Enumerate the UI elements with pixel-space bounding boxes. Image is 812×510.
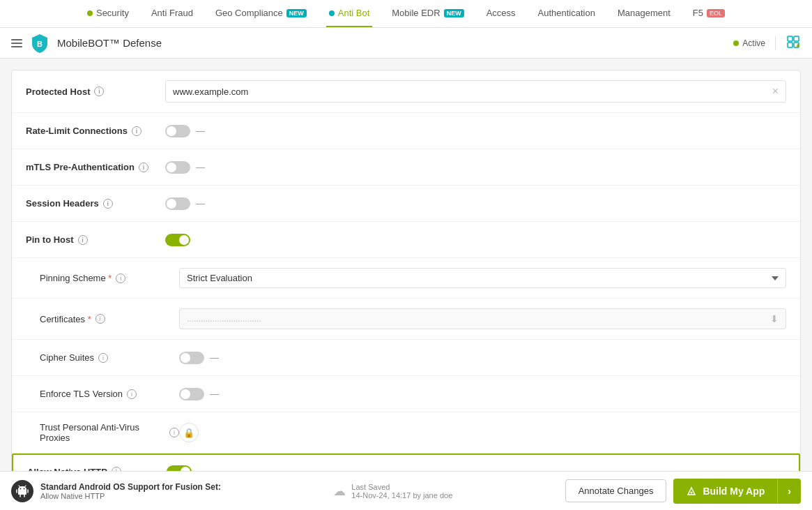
nav-access[interactable]: Access: [484, 0, 519, 27]
pinning-scheme-select[interactable]: Strict Evaluation Relaxed Evaluation: [179, 268, 786, 288]
info-icon-enforce-tls[interactable]: i: [127, 389, 137, 399]
info-icon-rate-limit[interactable]: i: [132, 126, 141, 136]
saved-time: 14-Nov-24, 14:17 by jane doe: [351, 491, 452, 500]
toggle-cipher-suites-switch[interactable]: [179, 352, 204, 364]
nav-f5[interactable]: F5 EOL: [690, 0, 728, 27]
bottom-info-sub: Allow Native HTTP: [40, 492, 221, 500]
toggle-session-headers-dash: —: [196, 198, 205, 209]
page-header-left: B MobileBOT™ Defense: [11, 33, 162, 54]
status-badge: Active: [733, 38, 765, 48]
nav-dot-security: [87, 10, 93, 16]
nav-antifraud[interactable]: Anti Fraud: [148, 0, 196, 27]
cloud-icon: ☁: [333, 483, 346, 499]
clear-protected-host[interactable]: ×: [772, 85, 779, 98]
status-label: Active: [742, 38, 765, 48]
nav-mobileedr[interactable]: Mobile EDR NEW: [389, 0, 466, 27]
row-certificates: Certificates * i .......................…: [12, 299, 800, 340]
nav-management[interactable]: Management: [615, 0, 673, 27]
build-my-app-button[interactable]: Build My App ›: [673, 479, 801, 504]
info-icon-pinning-scheme[interactable]: i: [116, 273, 125, 283]
toggle-enforce-tls[interactable]: —: [179, 388, 219, 400]
protected-host-input[interactable]: [173, 87, 772, 97]
download-icon[interactable]: ⬇: [770, 313, 779, 324]
toggle-session-headers[interactable]: —: [165, 197, 205, 210]
row-pinning-scheme: Pinning Scheme * i Strict Evaluation Rel…: [12, 258, 800, 299]
build-btn-arrow[interactable]: ›: [777, 479, 801, 504]
value-protected-host: ×: [165, 80, 786, 103]
toggle-enforce-tls-switch[interactable]: [179, 388, 204, 400]
bottom-info: Standard Android OS Support for Fusion S…: [40, 482, 221, 500]
build-icon: [686, 486, 697, 497]
label-pinning-scheme: Pinning Scheme * i: [40, 273, 179, 283]
shield-logo: B: [29, 33, 50, 54]
badge-eol-f5: EOL: [707, 9, 725, 17]
edit-button[interactable]: [786, 34, 801, 52]
value-cipher-suites: —: [179, 352, 786, 364]
value-certificates: ................................ ⬇: [179, 308, 786, 329]
toggle-rate-limit[interactable]: —: [165, 125, 205, 137]
nav-antibot[interactable]: Anti Bot: [326, 0, 373, 27]
toggle-session-headers-switch[interactable]: [165, 197, 190, 210]
toggle-mtls-dash: —: [196, 162, 205, 172]
badge-new-mobileedr: NEW: [444, 9, 464, 17]
required-star-certs: *: [88, 314, 91, 324]
nav-authentication[interactable]: Authentication: [535, 0, 598, 27]
nav-label-management: Management: [618, 8, 671, 18]
info-icon-protected-host[interactable]: i: [94, 87, 104, 96]
page-header-right: Active: [733, 34, 801, 52]
hamburger-icon[interactable]: [11, 39, 22, 47]
certificates-file-input[interactable]: ................................ ⬇: [179, 308, 786, 329]
info-icon-certificates[interactable]: i: [95, 314, 105, 324]
top-nav: Security Anti Fraud Geo Compliance NEW A…: [0, 0, 812, 28]
info-icon-session-headers[interactable]: i: [103, 199, 113, 209]
toggle-mtls[interactable]: —: [165, 161, 205, 174]
row-cipher-suites: Cipher Suites i —: [12, 340, 800, 376]
lock-icon: 🔒: [179, 423, 199, 442]
nav-label-authentication: Authentication: [538, 8, 595, 18]
toggle-rate-limit-dash: —: [196, 126, 205, 136]
label-cipher-suites: Cipher Suites i: [40, 352, 179, 363]
row-enforce-tls: Enforce TLS Version i —: [12, 376, 800, 412]
badge-new-geocompliance: NEW: [286, 9, 307, 17]
info-icon-trust-antivirus[interactable]: i: [169, 428, 179, 437]
label-pin-to-host: Pin to Host i: [26, 234, 165, 245]
info-icon-mtls[interactable]: i: [139, 163, 148, 172]
info-icon-pin-to-host[interactable]: i: [78, 235, 88, 245]
nav-geocompliance[interactable]: Geo Compliance NEW: [213, 0, 309, 27]
toggle-enforce-tls-dash: —: [210, 389, 219, 399]
toggle-cipher-suites[interactable]: —: [179, 352, 219, 364]
value-mtls: —: [165, 161, 786, 174]
page-header: B MobileBOT™ Defense Active: [0, 28, 812, 59]
saved-info: Last Saved 14-Nov-24, 14:17 by jane doe: [351, 483, 452, 500]
svg-point-6: [797, 45, 799, 47]
nav-security[interactable]: Security: [84, 0, 132, 27]
svg-rect-1: [788, 36, 792, 41]
svg-rect-3: [788, 43, 792, 47]
toggle-pin-to-host[interactable]: ✓: [165, 234, 190, 246]
main-content: Protected Host i × Rate-Limit Connection…: [0, 59, 812, 510]
nav-label-antibot: Anti Bot: [338, 8, 370, 18]
info-icon-cipher-suites[interactable]: i: [98, 353, 108, 363]
page-title: MobileBOT™ Defense: [57, 37, 162, 49]
label-certificates: Certificates * i: [40, 314, 179, 324]
annotate-changes-button[interactable]: Annotate Changes: [565, 479, 667, 502]
value-session-headers: —: [165, 197, 786, 210]
nav-label-security: Security: [96, 8, 129, 18]
value-rate-limit: —: [165, 125, 786, 137]
toggle-mtls-switch[interactable]: [165, 161, 190, 174]
status-dot: [733, 40, 739, 46]
label-rate-limit: Rate-Limit Connections i: [26, 126, 165, 136]
android-icon: [11, 480, 33, 502]
saved-label: Last Saved: [351, 483, 390, 491]
nav-label-geocompliance: Geo Compliance: [215, 8, 283, 18]
form-card: Protected Host i × Rate-Limit Connection…: [11, 70, 801, 510]
label-session-headers: Session Headers i: [26, 198, 165, 209]
header-divider: [775, 36, 776, 50]
toggle-rate-limit-switch[interactable]: [165, 125, 190, 137]
value-trust-antivirus: 🔒: [179, 423, 786, 442]
nav-label-antifraud: Anti Fraud: [151, 8, 193, 18]
value-pin-to-host: ✓: [165, 234, 786, 246]
bottom-bar-right: Annotate Changes Build My App ›: [565, 479, 801, 504]
toggle-pin-to-host-switch[interactable]: ✓: [165, 234, 190, 246]
svg-point-9: [691, 491, 693, 493]
